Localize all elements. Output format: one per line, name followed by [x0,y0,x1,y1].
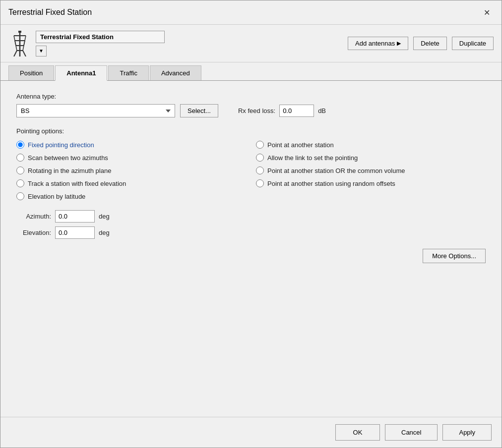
tab-position[interactable]: Position [8,65,54,80]
station-dropdown-button[interactable]: ▼ [36,46,47,56]
radio-point-common-label: Point at another station OR the common v… [267,167,405,174]
dialog: Terrestrial Fixed Station ✕ [0,0,502,448]
radio-track[interactable]: Track a station with fixed elevation [16,179,246,187]
radio-point-random[interactable]: Point at another station using random of… [256,179,486,187]
radio-allow-link[interactable]: Allow the link to set the pointing [256,154,486,162]
radio-point-random-label: Point at another station using random of… [267,180,395,187]
station-name-input[interactable] [36,31,165,43]
tab-advanced[interactable]: Advanced [150,65,201,80]
svg-rect-11 [18,31,21,33]
azimuth-label: Azimuth: [16,213,51,220]
radio-elevation-input[interactable] [16,192,24,200]
rx-feed-input[interactable] [279,105,314,117]
title-bar: Terrestrial Fixed Station ✕ [0,0,502,25]
elevation-row: Elevation: deg [16,226,486,239]
pointing-options-label: Pointing options: [16,127,486,135]
azimuth-input[interactable] [55,210,95,223]
dialog-title: Terrestrial Fixed Station [8,8,92,17]
station-name-group: ▼ [36,31,165,56]
antenna-type-select[interactable]: BS [16,104,175,117]
pointing-section: Pointing options: Fixed pointing directi… [16,127,486,239]
select-button[interactable]: Select... [180,104,218,117]
antenna-type-row: BS Select... Rx feed loss: dB [16,104,486,117]
radio-allow-link-label: Allow the link to set the pointing [267,154,358,162]
radio-rotating[interactable]: Rotating in the azimuth plane [16,167,246,174]
tabs-bar: Position Antenna1 Traffic Advanced [0,62,502,81]
antenna-panel: Antenna type: BS Select... Rx feed loss:… [16,93,486,263]
radio-point-common-input[interactable] [256,167,264,174]
radio-options-grid: Fixed pointing direction Point at anothe… [16,141,486,200]
radio-allow-link-input[interactable] [256,154,264,162]
rx-feed-row: Rx feed loss: dB [238,105,326,117]
tab-antenna1[interactable]: Antenna1 [55,65,107,81]
radio-rotating-input[interactable] [16,167,24,174]
duplicate-button[interactable]: Duplicate [452,37,494,50]
cancel-button[interactable]: Cancel [385,424,438,441]
svg-line-8 [14,51,17,56]
radio-point-another[interactable]: Point at another station [256,141,486,149]
radio-fixed-input[interactable] [16,141,24,149]
radio-scan-label: Scan between two azimuths [28,154,108,162]
add-antennas-button[interactable]: Add antennas ▶ [348,37,408,50]
footer: OK Cancel Apply [0,417,502,448]
more-options-button[interactable]: More Options... [423,249,486,263]
radio-elevation-label: Elevation by latitude [28,193,85,200]
radio-fixed[interactable]: Fixed pointing direction [16,141,246,149]
svg-line-9 [23,51,26,56]
close-button[interactable]: ✕ [480,5,494,19]
delete-button[interactable]: Delete [413,37,447,50]
radio-point-another-label: Point at another station [267,141,334,149]
tab-traffic[interactable]: Traffic [108,65,148,80]
rx-feed-unit: dB [318,107,326,114]
radio-point-random-input[interactable] [256,179,264,187]
azimuth-row: Azimuth: deg [16,210,486,223]
elevation-label: Elevation: [16,229,51,236]
radio-scan[interactable]: Scan between two azimuths [16,154,246,162]
toolbar: ▼ Add antennas ▶ Delete Duplicate [0,25,502,62]
apply-button[interactable]: Apply [442,424,492,441]
more-options-row: More Options... [16,249,486,263]
radio-point-another-input[interactable] [256,141,264,149]
antenna-type-label: Antenna type: [16,93,486,100]
radio-scan-input[interactable] [16,154,24,162]
radio-point-common[interactable]: Point at another station OR the common v… [256,167,486,174]
content-area: Antenna type: BS Select... Rx feed loss:… [0,81,502,417]
ok-button[interactable]: OK [335,424,380,441]
azimuth-unit: deg [99,213,110,220]
radio-rotating-label: Rotating in the azimuth plane [28,167,111,174]
radio-elevation[interactable]: Elevation by latitude [16,192,246,200]
azimuth-section: Azimuth: deg Elevation: deg [16,210,486,239]
rx-feed-label: Rx feed loss: [238,107,275,114]
radio-fixed-label: Fixed pointing direction [28,141,94,149]
elevation-unit: deg [99,229,110,236]
radio-track-input[interactable] [16,179,24,187]
elevation-input[interactable] [55,226,95,239]
tower-icon [8,30,31,57]
radio-track-label: Track a station with fixed elevation [28,180,126,187]
